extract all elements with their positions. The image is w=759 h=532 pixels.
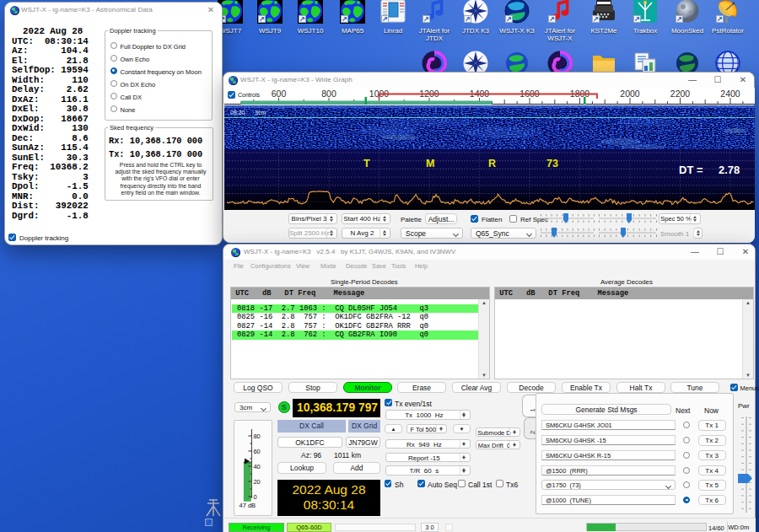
svg-text:2200: 2200 — [670, 89, 691, 99]
svg-text:T: T — [363, 158, 370, 169]
svg-text:60: 60 — [253, 448, 260, 455]
svg-text:M: M — [426, 158, 434, 169]
svg-text:600: 600 — [272, 89, 287, 99]
svg-text:3cm: 3cm — [255, 110, 266, 116]
svg-text:DT =: DT = — [679, 164, 703, 176]
svg-text:0: 0 — [253, 493, 256, 501]
svg-text:2400: 2400 — [720, 89, 740, 99]
svg-text:2.78: 2.78 — [719, 164, 740, 176]
svg-text:08:30: 08:30 — [230, 110, 245, 116]
svg-text:R: R — [488, 158, 496, 169]
svg-text:73: 73 — [546, 158, 558, 169]
svg-text:80: 80 — [253, 433, 260, 440]
svg-text:800: 800 — [321, 89, 336, 99]
svg-text:20: 20 — [253, 478, 260, 486]
svg-text:2000: 2000 — [620, 89, 640, 99]
svg-text:40: 40 — [253, 463, 260, 470]
